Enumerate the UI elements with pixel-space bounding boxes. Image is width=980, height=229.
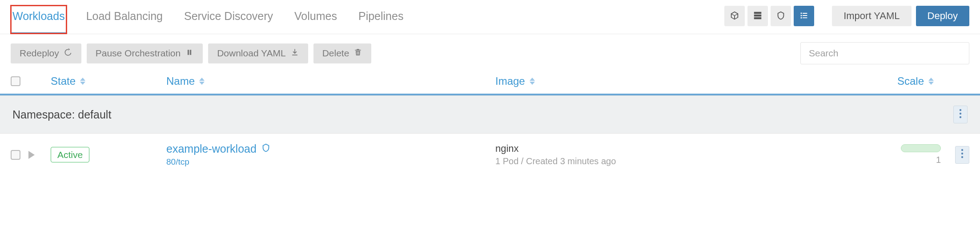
sort-icon (199, 78, 205, 85)
kebab-icon (961, 149, 964, 161)
view-cube-button[interactable] (724, 6, 745, 26)
column-image[interactable]: Image (495, 75, 789, 87)
delete-label: Delete (322, 48, 349, 59)
column-state-label: State (51, 75, 76, 87)
sort-icon (530, 78, 535, 85)
trash-icon (353, 48, 362, 59)
scale-count: 1 (936, 155, 941, 165)
redo-icon (64, 48, 72, 59)
scale-indicator (901, 144, 941, 152)
svg-point-4 (961, 153, 963, 154)
image-meta: 1 Pod / Created 3 minutes ago (495, 156, 789, 166)
tab-workloads[interactable]: Workloads (11, 5, 67, 34)
sort-icon (928, 78, 934, 85)
pause-orchestration-button[interactable]: Pause Orchestration (87, 43, 203, 63)
tab-load-balancing[interactable]: Load Balancing (84, 5, 165, 34)
download-label: Download YAML (217, 48, 285, 59)
kebab-icon (959, 109, 962, 121)
sort-icon (80, 78, 85, 85)
svg-point-3 (961, 149, 963, 151)
svg-point-2 (960, 116, 961, 118)
server-icon (753, 11, 763, 22)
table-row: Active example-workload 80/tcp nginx 1 P… (0, 134, 980, 176)
image-name: nginx (495, 143, 789, 154)
select-all-checkbox[interactable] (11, 76, 20, 86)
download-icon (290, 48, 299, 59)
expand-caret[interactable] (28, 151, 35, 159)
column-name-label: Name (166, 75, 195, 87)
deploy-button[interactable]: Deploy (916, 6, 969, 26)
column-image-label: Image (495, 75, 525, 87)
pause-label: Pause Orchestration (96, 48, 181, 59)
svg-point-1 (960, 112, 961, 114)
svg-point-0 (960, 109, 961, 111)
row-checkbox[interactable] (11, 150, 20, 160)
tab-service-discovery[interactable]: Service Discovery (182, 5, 275, 34)
redeploy-button[interactable]: Redeploy (11, 43, 81, 63)
namespace-label: Namespace: default (12, 108, 953, 121)
view-list-button[interactable] (794, 6, 814, 26)
namespace-icon (776, 11, 786, 22)
column-state[interactable]: State (51, 75, 166, 87)
download-yaml-button[interactable]: Download YAML (208, 43, 308, 63)
tab-pipelines[interactable]: Pipelines (357, 5, 405, 34)
tab-volumes[interactable]: Volumes (293, 5, 339, 34)
redeploy-label: Redeploy (20, 48, 59, 59)
list-icon (799, 11, 809, 22)
view-server-button[interactable] (747, 6, 768, 26)
workload-name-link[interactable]: example-workload (166, 142, 495, 155)
svg-point-5 (961, 156, 963, 158)
namespace-menu-button[interactable] (953, 106, 968, 123)
column-name[interactable]: Name (166, 75, 495, 87)
workload-icon (261, 142, 271, 155)
cube-icon (730, 11, 739, 22)
namespace-row: Namespace: default (0, 95, 980, 134)
status-badge: Active (51, 147, 89, 162)
workload-name-text: example-workload (166, 142, 257, 155)
search-input[interactable] (800, 42, 969, 64)
view-namespace-button[interactable] (771, 6, 791, 26)
import-yaml-button[interactable]: Import YAML (832, 6, 911, 26)
row-menu-button[interactable] (955, 146, 969, 164)
workload-port-link[interactable]: 80/tcp (166, 157, 495, 167)
delete-button[interactable]: Delete (313, 43, 372, 63)
column-scale-label: Scale (897, 75, 924, 87)
column-scale[interactable]: Scale (789, 75, 969, 87)
pause-icon (185, 48, 194, 59)
